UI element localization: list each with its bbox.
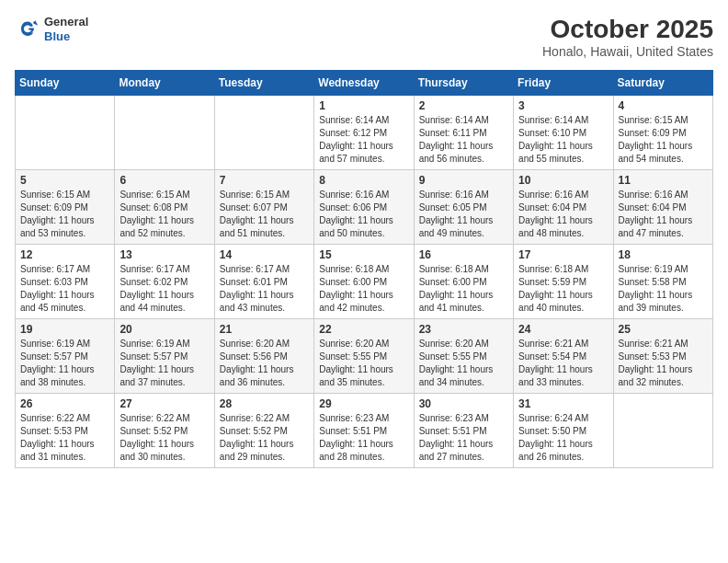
calendar-cell: 23Sunrise: 6:20 AMSunset: 5:55 PMDayligh… bbox=[414, 319, 513, 394]
page-header: General Blue October 2025 Honalo, Hawaii… bbox=[15, 15, 713, 59]
day-info: Sunrise: 6:24 AMSunset: 5:50 PMDaylight:… bbox=[518, 413, 593, 462]
day-number: 28 bbox=[220, 397, 309, 410]
day-info: Sunrise: 6:20 AMSunset: 5:56 PMDaylight:… bbox=[220, 339, 294, 387]
calendar-cell bbox=[115, 96, 214, 170]
calendar-cell: 14Sunrise: 6:17 AMSunset: 6:01 PMDayligh… bbox=[214, 245, 313, 319]
header-tuesday: Tuesday bbox=[214, 71, 313, 96]
day-number: 15 bbox=[319, 248, 408, 261]
day-info: Sunrise: 6:23 AMSunset: 5:51 PMDaylight:… bbox=[419, 413, 494, 462]
day-number: 5 bbox=[20, 174, 109, 187]
logo-blue-text: Blue bbox=[44, 29, 88, 44]
day-info: Sunrise: 6:15 AMSunset: 6:09 PMDaylight:… bbox=[20, 190, 95, 238]
calendar-cell: 8Sunrise: 6:16 AMSunset: 6:06 PMDaylight… bbox=[314, 170, 414, 245]
logo-general: General bbox=[44, 15, 88, 29]
header-monday: Monday bbox=[115, 71, 214, 96]
header-saturday: Saturday bbox=[613, 71, 712, 96]
day-number: 20 bbox=[119, 323, 209, 336]
day-number: 1 bbox=[319, 99, 408, 112]
day-info: Sunrise: 6:19 AMSunset: 5:58 PMDaylight:… bbox=[619, 264, 693, 313]
day-number: 27 bbox=[119, 397, 209, 410]
calendar-cell: 18Sunrise: 6:19 AMSunset: 5:58 PMDayligh… bbox=[613, 245, 712, 319]
title-area: October 2025 Honalo, Hawaii, United Stat… bbox=[542, 15, 713, 59]
week-row-3: 12Sunrise: 6:17 AMSunset: 6:03 PMDayligh… bbox=[16, 245, 713, 319]
calendar-cell bbox=[214, 96, 313, 170]
day-info: Sunrise: 6:16 AMSunset: 6:04 PMDaylight:… bbox=[518, 190, 593, 238]
day-info: Sunrise: 6:19 AMSunset: 5:57 PMDaylight:… bbox=[20, 339, 95, 387]
calendar-header-row: Sunday Monday Tuesday Wednesday Thursday… bbox=[16, 71, 713, 96]
calendar-cell bbox=[613, 394, 712, 468]
logo: General Blue bbox=[15, 15, 88, 43]
day-info: Sunrise: 6:17 AMSunset: 6:01 PMDaylight:… bbox=[220, 264, 294, 313]
week-row-1: 1Sunrise: 6:14 AMSunset: 6:12 PMDaylight… bbox=[16, 96, 713, 170]
calendar-cell: 24Sunrise: 6:21 AMSunset: 5:54 PMDayligh… bbox=[514, 319, 613, 394]
day-number: 23 bbox=[419, 323, 508, 336]
day-number: 22 bbox=[319, 323, 408, 336]
calendar-cell: 6Sunrise: 6:15 AMSunset: 6:08 PMDaylight… bbox=[115, 170, 214, 245]
calendar-table: Sunday Monday Tuesday Wednesday Thursday… bbox=[15, 70, 713, 468]
logo-icon bbox=[15, 17, 40, 42]
day-number: 25 bbox=[619, 323, 708, 336]
calendar-cell: 26Sunrise: 6:22 AMSunset: 5:53 PMDayligh… bbox=[16, 394, 115, 468]
calendar-cell: 1Sunrise: 6:14 AMSunset: 6:12 PMDaylight… bbox=[314, 96, 414, 170]
day-info: Sunrise: 6:17 AMSunset: 6:03 PMDaylight:… bbox=[20, 264, 95, 313]
calendar-cell: 13Sunrise: 6:17 AMSunset: 6:02 PMDayligh… bbox=[115, 245, 214, 319]
header-thursday: Thursday bbox=[414, 71, 513, 96]
day-number: 12 bbox=[20, 248, 109, 261]
day-number: 8 bbox=[319, 174, 408, 187]
day-number: 13 bbox=[119, 248, 209, 261]
calendar-cell: 11Sunrise: 6:16 AMSunset: 6:04 PMDayligh… bbox=[613, 170, 712, 245]
day-info: Sunrise: 6:20 AMSunset: 5:55 PMDaylight:… bbox=[319, 339, 393, 387]
day-info: Sunrise: 6:18 AMSunset: 6:00 PMDaylight:… bbox=[419, 264, 494, 313]
calendar-cell: 31Sunrise: 6:24 AMSunset: 5:50 PMDayligh… bbox=[514, 394, 613, 468]
day-info: Sunrise: 6:17 AMSunset: 6:02 PMDaylight:… bbox=[119, 264, 194, 313]
header-sunday: Sunday bbox=[16, 71, 115, 96]
calendar-cell: 22Sunrise: 6:20 AMSunset: 5:55 PMDayligh… bbox=[314, 319, 414, 394]
day-info: Sunrise: 6:23 AMSunset: 5:51 PMDaylight:… bbox=[319, 413, 393, 462]
day-number: 9 bbox=[419, 174, 508, 187]
day-info: Sunrise: 6:14 AMSunset: 6:12 PMDaylight:… bbox=[319, 115, 393, 164]
day-number: 21 bbox=[220, 323, 309, 336]
calendar-cell: 3Sunrise: 6:14 AMSunset: 6:10 PMDaylight… bbox=[514, 96, 613, 170]
day-info: Sunrise: 6:18 AMSunset: 6:00 PMDaylight:… bbox=[319, 264, 393, 313]
day-info: Sunrise: 6:16 AMSunset: 6:04 PMDaylight:… bbox=[619, 190, 693, 238]
day-number: 10 bbox=[518, 174, 608, 187]
calendar-cell: 7Sunrise: 6:15 AMSunset: 6:07 PMDaylight… bbox=[214, 170, 313, 245]
calendar-cell: 27Sunrise: 6:22 AMSunset: 5:52 PMDayligh… bbox=[115, 394, 214, 468]
day-number: 2 bbox=[419, 99, 508, 112]
day-info: Sunrise: 6:22 AMSunset: 5:53 PMDaylight:… bbox=[20, 413, 95, 462]
calendar-cell: 12Sunrise: 6:17 AMSunset: 6:03 PMDayligh… bbox=[16, 245, 115, 319]
calendar-cell: 10Sunrise: 6:16 AMSunset: 6:04 PMDayligh… bbox=[514, 170, 613, 245]
day-number: 16 bbox=[419, 248, 508, 261]
day-info: Sunrise: 6:16 AMSunset: 6:06 PMDaylight:… bbox=[319, 190, 393, 238]
week-row-2: 5Sunrise: 6:15 AMSunset: 6:09 PMDaylight… bbox=[16, 170, 713, 245]
calendar-cell: 29Sunrise: 6:23 AMSunset: 5:51 PMDayligh… bbox=[314, 394, 414, 468]
day-number: 24 bbox=[518, 323, 608, 336]
day-number: 14 bbox=[220, 248, 309, 261]
day-number: 18 bbox=[619, 248, 708, 261]
day-info: Sunrise: 6:14 AMSunset: 6:10 PMDaylight:… bbox=[518, 115, 593, 164]
day-number: 31 bbox=[518, 397, 608, 410]
day-info: Sunrise: 6:19 AMSunset: 5:57 PMDaylight:… bbox=[119, 339, 194, 387]
day-number: 4 bbox=[619, 99, 708, 112]
week-row-4: 19Sunrise: 6:19 AMSunset: 5:57 PMDayligh… bbox=[16, 319, 713, 394]
day-number: 6 bbox=[119, 174, 209, 187]
month-title: October 2025 bbox=[542, 15, 713, 44]
day-number: 19 bbox=[20, 323, 109, 336]
day-info: Sunrise: 6:21 AMSunset: 5:54 PMDaylight:… bbox=[518, 339, 593, 387]
day-number: 26 bbox=[20, 397, 109, 410]
calendar-cell: 20Sunrise: 6:19 AMSunset: 5:57 PMDayligh… bbox=[115, 319, 214, 394]
week-row-5: 26Sunrise: 6:22 AMSunset: 5:53 PMDayligh… bbox=[16, 394, 713, 468]
header-wednesday: Wednesday bbox=[314, 71, 414, 96]
day-number: 3 bbox=[518, 99, 608, 112]
calendar-cell: 25Sunrise: 6:21 AMSunset: 5:53 PMDayligh… bbox=[613, 319, 712, 394]
day-info: Sunrise: 6:20 AMSunset: 5:55 PMDaylight:… bbox=[419, 339, 494, 387]
calendar-cell: 5Sunrise: 6:15 AMSunset: 6:09 PMDaylight… bbox=[16, 170, 115, 245]
day-info: Sunrise: 6:22 AMSunset: 5:52 PMDaylight:… bbox=[220, 413, 294, 462]
calendar-cell: 2Sunrise: 6:14 AMSunset: 6:11 PMDaylight… bbox=[414, 96, 513, 170]
calendar-cell: 28Sunrise: 6:22 AMSunset: 5:52 PMDayligh… bbox=[214, 394, 313, 468]
calendar-cell: 21Sunrise: 6:20 AMSunset: 5:56 PMDayligh… bbox=[214, 319, 313, 394]
day-number: 11 bbox=[619, 174, 708, 187]
day-number: 30 bbox=[419, 397, 508, 410]
day-info: Sunrise: 6:18 AMSunset: 5:59 PMDaylight:… bbox=[518, 264, 593, 313]
calendar-cell: 15Sunrise: 6:18 AMSunset: 6:00 PMDayligh… bbox=[314, 245, 414, 319]
